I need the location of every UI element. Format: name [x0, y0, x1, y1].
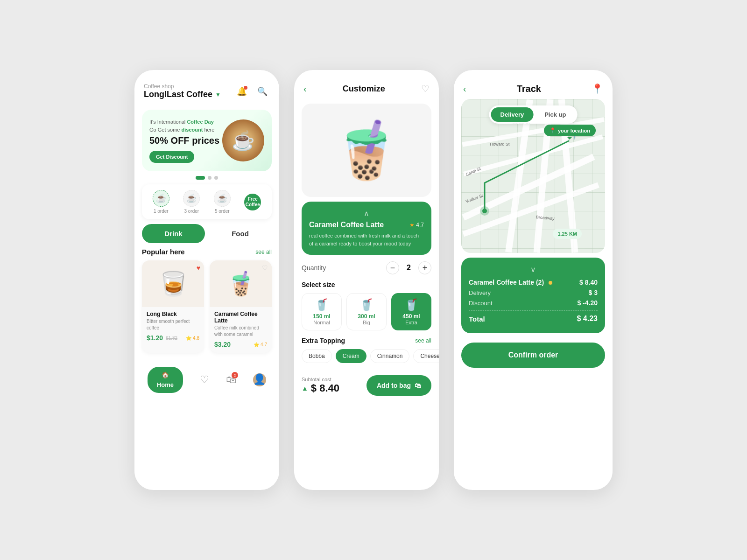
distance-label: 1.25 KM [553, 229, 582, 239]
dot-3[interactable] [214, 176, 218, 180]
notification-dot [244, 86, 247, 90]
dot-2[interactable] [208, 176, 211, 180]
banner-line2: Go Get some discount here [149, 126, 222, 134]
total-label: Total [469, 315, 485, 323]
price-current-2: $3.20 [214, 341, 231, 348]
size-ml-450: 450 ml [402, 313, 420, 320]
nav-home[interactable]: 🏠 Home [148, 367, 183, 393]
topping-options: Bobba Cream Cinnamon Cheese [302, 349, 431, 363]
panel-chevron-row: ∨ [469, 265, 598, 274]
home-icon: 🏠 [162, 371, 169, 378]
quantity-decrease-button[interactable]: − [386, 261, 399, 274]
size-section: Select size 🥤 150 ml Normal 🥤 300 ml Big… [294, 274, 439, 330]
discount-label: Discount [469, 300, 493, 307]
avatar-icon: 👤 [253, 373, 266, 386]
bottom-nav: 🏠 Home ♡ 🛍 2 👤 [134, 360, 279, 404]
back-button[interactable]: ‹ [303, 84, 307, 94]
banner-text: It's International Coffee Day Go Get som… [149, 118, 222, 163]
see-all-link[interactable]: see all [255, 249, 272, 255]
price-old-1: $1.82 [166, 336, 177, 341]
loyalty-tracker: ☕ 1 order ☕ 3 order ☕ 5 order FreeCoffee [142, 184, 272, 219]
track-back-button[interactable]: ‹ [463, 84, 466, 94]
topping-cinnamon[interactable]: Cinnamon [370, 349, 410, 363]
price-current-1: $1.20 [147, 334, 163, 342]
notification-button[interactable]: 🔔 [234, 84, 249, 99]
phone-3: ‹ Track 📍 Canal St Walker St Broadway Ho… [454, 70, 613, 490]
banner-dots [134, 176, 279, 180]
get-discount-button[interactable]: Get Discount [149, 151, 194, 163]
loyalty-item-3: ☕ 5 order [214, 190, 231, 214]
product-desc-1: Bitter smooth perfect coffee [147, 318, 199, 331]
product-info-1: Long Black Bitter smooth perfect coffee … [142, 307, 204, 342]
phone3-header: ‹ Track 📍 [454, 70, 613, 99]
location-pin-icon: 📍 [592, 83, 603, 94]
topping-cream[interactable]: Cream [336, 349, 366, 363]
favorite-button[interactable]: ♡ [421, 83, 430, 94]
mode-pickup[interactable]: Pick up [535, 107, 575, 122]
panel-chevron-icon: ∨ [530, 265, 536, 274]
quantity-increase-button[interactable]: + [418, 261, 431, 274]
category-tabs: Drink Food [142, 224, 272, 243]
product-info-card: ∧ Caramel Coffee Latte ★ 4.7 real coffee… [302, 202, 431, 255]
loyalty-item-free: FreeCoffee [244, 194, 261, 210]
product-name-1: Long Black [147, 311, 199, 317]
star-icon: ★ [409, 222, 415, 228]
fav-icon-1[interactable]: ♥ [197, 264, 200, 272]
shop-chevron-icon[interactable]: ▼ [215, 91, 221, 98]
order-panel: ∨ Caramel Coffee Latte (2) $ 8.40 Delive… [461, 258, 605, 333]
loyalty-label-3: 5 order [215, 209, 230, 214]
dot-1[interactable] [196, 176, 205, 180]
shop-name-row: LonglLast Coffee ▼ [144, 90, 221, 99]
topping-header: Extra Topping see all [302, 337, 431, 344]
product-card-2[interactable]: 🧋 ♡ Carramel Coffee Latte Coffee milk co… [210, 260, 272, 353]
order-divider [469, 310, 598, 311]
banner-line2c: here [203, 127, 214, 133]
confirm-order-button[interactable]: Confirm order [461, 343, 605, 368]
topping-cheese[interactable]: Cheese [413, 349, 439, 363]
size-option-150[interactable]: 🥤 150 ml Normal [302, 293, 342, 330]
quantity-row: Quantity − 2 + [302, 261, 431, 274]
product-name-row: Caramel Coffee Latte ★ 4.7 [309, 221, 424, 229]
subtotal-row: ▲ $ 8.40 [302, 382, 339, 394]
track-title: Track [517, 84, 541, 94]
nav-favorites[interactable]: ♡ [200, 374, 209, 386]
tab-drink[interactable]: Drink [142, 224, 205, 243]
add-to-bag-button[interactable]: Add to bag 🛍 [366, 375, 431, 396]
cart-badge: 2 [232, 372, 238, 378]
quantity-controls: − 2 + [386, 261, 431, 274]
mode-tabs: Delivery Pick up [489, 105, 578, 124]
banner-coffee-image: ☕ [222, 119, 264, 161]
phone-2: ‹ Customize ♡ 🧋 ∧ Caramel Coffee Latte ★… [294, 70, 439, 490]
topping-title: Extra Topping [302, 337, 345, 344]
add-bag-label: Add to bag [377, 382, 411, 389]
banner-headline: 50% OFF prices [149, 135, 222, 146]
order-discount-row: Discount $ -4.20 [469, 299, 598, 307]
nav-cart[interactable]: 🛍 2 [226, 374, 236, 386]
order-item-price: $ 8.40 [579, 279, 598, 286]
nav-profile[interactable]: 👤 [253, 373, 266, 386]
size-option-450[interactable]: 🥤 450 ml Extra [391, 293, 431, 330]
delivery-price: $ 3 [589, 289, 598, 296]
customize-title: Customize [343, 84, 385, 94]
size-name-normal: Normal [313, 320, 330, 325]
tab-food[interactable]: Food [209, 224, 272, 243]
subtotal-up-icon: ▲ [302, 385, 308, 392]
product-name: Caramel Coffee Latte [309, 221, 384, 229]
delivery-map: Canal St Walker St Broadway Howard St Me… [461, 99, 605, 253]
size-option-300[interactable]: 🥤 300 ml Big [346, 293, 387, 330]
topping-bobba[interactable]: Bobba [302, 349, 332, 363]
location-dot-icon: 📍 [550, 127, 556, 133]
search-button[interactable]: 🔍 [255, 84, 270, 99]
loyalty-cup-2: ☕ [183, 190, 200, 207]
mode-delivery[interactable]: Delivery [491, 107, 534, 122]
rating-2: ⭐ 4.7 [254, 342, 267, 347]
product-card-1[interactable]: 🥃 ♥ Long Black Bitter smooth perfect cof… [142, 260, 204, 353]
fav-icon-2[interactable]: ♡ [262, 264, 268, 272]
product-image-wrap-1: 🥃 ♥ [142, 260, 204, 307]
topping-section: Extra Topping see all Bobba Cream Cinnam… [294, 330, 439, 363]
topping-see-all[interactable]: see all [415, 337, 431, 344]
svg-point-1 [482, 209, 487, 213]
quantity-value: 2 [407, 264, 411, 272]
cup-icon-large: 🥤 [404, 298, 418, 311]
product-image-large: 🧋 [302, 104, 431, 197]
